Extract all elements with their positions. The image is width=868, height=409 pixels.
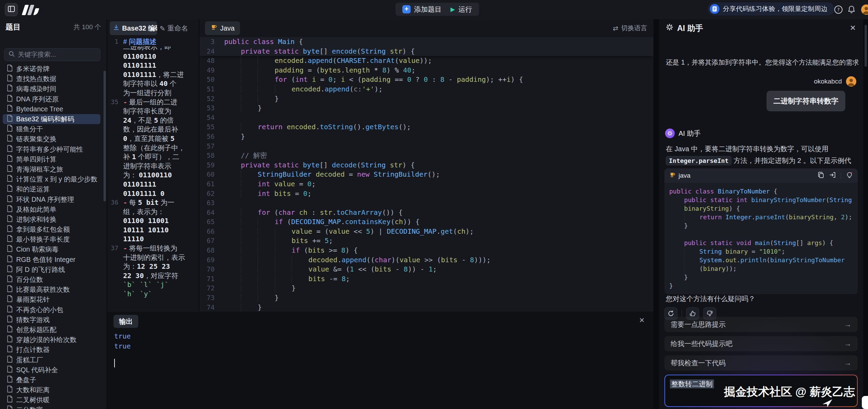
sidebar-item[interactable]: 简单四则计算 <box>3 154 100 164</box>
add-question-button[interactable]: + 添加题目 <box>395 3 448 16</box>
sidebar-item[interactable]: DNA 序列还原 <box>3 94 100 104</box>
sidebar-item[interactable]: RGB 色值转 Integer <box>3 255 100 265</box>
suggestion-chip[interactable]: 给我一些代码提示吧→ <box>664 336 858 351</box>
problem-line: 整除（在此例子中， <box>107 143 199 153</box>
code-line: 51 encoded.append(c:'+'); <box>199 85 653 94</box>
line-number <box>107 70 123 79</box>
line-number: 57 <box>199 142 224 151</box>
sidebar-item[interactable]: 叠盘子 <box>3 375 100 385</box>
sidebar-item[interactable]: Base32 编码和解码 <box>3 114 100 124</box>
sidebar-item[interactable]: 猫鱼分干 <box>3 124 100 134</box>
sidebar-item[interactable]: 阿 D 的飞行路线 <box>3 265 100 275</box>
problem-text: 整除（在此例子中， <box>123 143 185 153</box>
search-input[interactable]: 关键字搜索... <box>4 48 100 61</box>
ai-close-icon[interactable]: × <box>850 22 856 33</box>
line-number: 71 <box>199 274 224 284</box>
sidebar-item-label: 猫鱼分干 <box>16 124 43 134</box>
file-icon <box>7 265 13 274</box>
suggestion-chip[interactable]: 需要一点思路提示→ <box>664 317 858 332</box>
ai-panel-scrollbar[interactable] <box>865 25 867 67</box>
sidebar-item[interactable]: 进制求和转换 <box>3 214 100 224</box>
problem-tab[interactable]: Base32 编码和 <box>110 21 157 35</box>
code-text: } <box>224 94 279 104</box>
sidebar-item[interactable]: 蛋糕工厂 <box>3 355 100 365</box>
sidebar-item[interactable]: 创意标题匹配 <box>3 325 100 335</box>
code-text: return Integer.parseInt(binaryString, 2)… <box>669 213 852 221</box>
help-button[interactable]: ? <box>834 5 843 14</box>
sidebar-item[interactable]: 大数和距离 <box>3 385 100 395</box>
sidebar-item-label: Bytedance Tree <box>16 105 63 113</box>
suggestion-chip[interactable]: 帮我检查一下代码→ <box>664 355 858 371</box>
line-number: 53 <box>199 103 224 113</box>
sidebar-item[interactable]: 病毒感染时间 <box>3 84 100 94</box>
sidebar-item[interactable]: 链表聚集交换 <box>3 134 100 144</box>
sidebar-item[interactable]: 不再贪心的小包 <box>3 305 100 315</box>
line-number: 54 <box>199 113 224 123</box>
arrow-right-icon: → <box>844 340 851 348</box>
insert-code-icon[interactable] <box>829 172 836 180</box>
output-line: true <box>114 331 131 341</box>
file-icon <box>7 125 13 133</box>
sidebar-toggle-button[interactable] <box>5 3 18 16</box>
problem-description[interactable]: 1# 问题描述二进制表示，即011001100110111101101111，将… <box>107 37 199 311</box>
sidebar-item[interactable]: 字符串有多少种可能性 <box>3 144 100 154</box>
sidebar-item[interactable]: 比赛最高获胜次数 <box>3 285 100 295</box>
problem-text: `h` `y` <box>123 289 152 299</box>
sidebar-item[interactable]: 拿到最多红包金额 <box>3 224 100 234</box>
file-icon <box>7 85 13 93</box>
code-line <box>669 230 853 239</box>
sidebar-item[interactable]: 打点计数器 <box>3 345 100 355</box>
line-number <box>107 289 123 299</box>
sidebar-item[interactable]: 计算位置 x 到 y 的最少步数 <box>3 174 100 184</box>
sidebar-item[interactable]: 查找热点数据 <box>3 74 100 84</box>
problem-text: - 每 5 bit 为一 <box>123 198 174 207</box>
run-button[interactable]: ▶ 运行 <box>444 3 479 16</box>
problem-line: 组，表示为： <box>107 207 199 217</box>
sidebar-item[interactable]: 最小替换子串长度 <box>3 234 100 244</box>
code-editor[interactable]: 3public class Main {24 private static by… <box>199 37 653 311</box>
code-block-body: public class BinaryToNumber { public sta… <box>664 183 858 294</box>
app-logo[interactable] <box>23 4 44 15</box>
sidebar-item[interactable]: 二叉树供暖 <box>3 395 100 405</box>
problem-line: 01101111 <box>107 180 199 189</box>
notifications-bell-button[interactable] <box>847 5 856 14</box>
switch-language-button[interactable]: ⇄ 切换语言 <box>613 24 647 33</box>
line-number: 59 <box>199 161 224 170</box>
problem-text: 01101111 <box>123 180 156 189</box>
file-icon <box>7 396 13 404</box>
sidebar-scrollbar[interactable] <box>104 71 106 201</box>
file-icon <box>7 255 13 264</box>
sidebar-item[interactable]: 青海湖租车之旅 <box>3 164 100 174</box>
sidebar-item[interactable]: 二分数字 <box>3 405 100 409</box>
sidebar-item-label: 百分位数 <box>16 275 43 284</box>
sidebar-item[interactable]: 猜数字游戏 <box>3 315 100 325</box>
sidebar-item[interactable]: 暴雨梨花针 <box>3 295 100 305</box>
problem-line: 数，因此在最后补 <box>107 125 199 134</box>
code-line: 65 if (DECODING_MAP.containsKey(ch)) { <box>199 217 653 227</box>
user-avatar[interactable] <box>861 4 868 15</box>
promo-banner[interactable]: 分享代码练习体验，领限量定制周边 <box>708 2 834 15</box>
output-tab[interactable]: 输出 <box>113 315 138 328</box>
code-text: public static void main(String[] args) { <box>669 239 833 246</box>
sidebar-item[interactable]: 穿越沙漠的补给次数 <box>3 335 100 345</box>
code-line: 52 } <box>199 94 653 104</box>
line-number: 68 <box>199 246 224 255</box>
sidebar-item[interactable]: 环状 DNA 序列整理 <box>3 194 100 204</box>
rename-button[interactable]: ✎ 重命名 <box>160 24 188 33</box>
output-close-icon[interactable]: × <box>639 316 644 324</box>
sidebar-item[interactable]: 百分位数 <box>3 275 100 285</box>
sidebar-item[interactable]: Cion 勒索病毒 <box>3 244 100 254</box>
line-number: 24 <box>199 47 224 56</box>
code-line: 59 private static byte[] decode(String s… <box>199 161 653 170</box>
sidebar-item[interactable]: 多米诺骨牌 <box>3 64 100 74</box>
sidebar-item[interactable]: 和的逆运算 <box>3 184 100 194</box>
code-line: 55 return encoded.toString().getBytes(); <box>199 122 653 132</box>
sidebar-item[interactable]: Bytedance Tree <box>3 104 100 114</box>
language-tab-java[interactable]: Java <box>205 21 240 35</box>
line-number: 48 <box>199 56 224 66</box>
copy-code-icon[interactable] <box>817 172 824 180</box>
plus-icon: + <box>402 5 411 13</box>
sidebar-item[interactable]: SQL 代码补全 <box>3 365 100 375</box>
magic-optimize-icon[interactable] <box>846 172 853 180</box>
sidebar-item[interactable]: 及格如此简单 <box>3 204 100 214</box>
